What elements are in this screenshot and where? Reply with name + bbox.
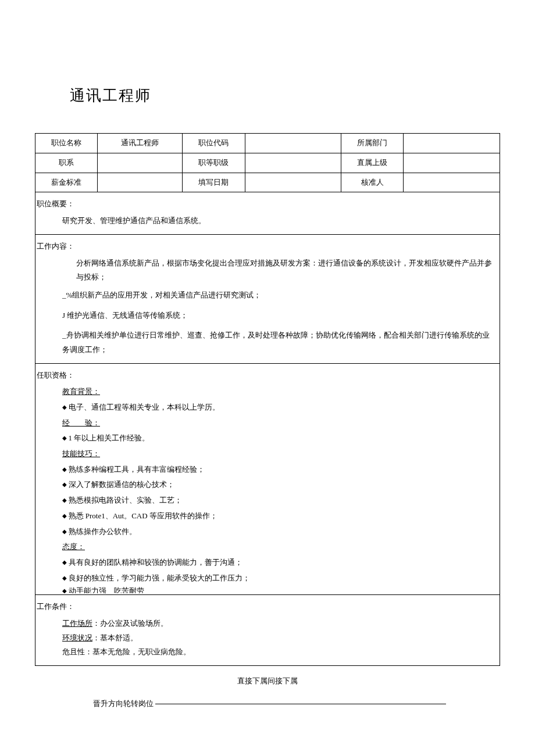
cell-salary-value bbox=[98, 173, 183, 192]
sep: ： bbox=[92, 619, 100, 628]
cell-approver-value bbox=[404, 173, 500, 192]
cell-approver-label: 核准人 bbox=[341, 173, 404, 192]
cell-date-label: 填写日期 bbox=[183, 173, 245, 192]
risk-head: 危且性 bbox=[62, 647, 85, 656]
content-label: 工作内容： bbox=[37, 239, 494, 254]
promotion-label: 晋升方向轮转岗位 bbox=[93, 699, 154, 708]
footer-subordinates: 直接下属间接下属 bbox=[35, 674, 500, 689]
risk-text: 基本无危险，无职业病危险。 bbox=[92, 647, 191, 656]
workplace-line: 工作场所：办公室及试验场所。 bbox=[41, 617, 494, 631]
sep: ： bbox=[85, 647, 92, 656]
content-item: _%组织新产品的应用开发，对相关通信产品进行研究测试； bbox=[41, 288, 494, 303]
cell-rank-value bbox=[245, 153, 341, 173]
section-qualifications: 任职资格： 教育背景： 电子、通信工程等相关专业，本科以上学历。 经 验： 1 … bbox=[35, 364, 500, 596]
cell-position-name-value: 通讯工程师 bbox=[98, 134, 183, 153]
attitude-item-truncated: 动手能力强 吃苦耐劳 bbox=[41, 586, 494, 593]
edu-head: 教育背景： bbox=[41, 385, 494, 399]
cell-salary-label: 薪金标准 bbox=[35, 173, 98, 192]
cell-supervisor-label: 直属上级 bbox=[341, 153, 404, 173]
env-text: 基本舒适。 bbox=[100, 633, 138, 642]
exp-item: 1 年以上相关工作经验。 bbox=[41, 431, 494, 446]
attitude-item: 具有良好的团队精神和较强的协调能力，善于沟通； bbox=[41, 556, 494, 570]
env-line: 环境状况：基本舒适。 bbox=[41, 631, 494, 646]
table-row: 职位名称 通讯工程师 职位代码 所属部门 bbox=[35, 134, 500, 153]
cell-series-value bbox=[98, 153, 183, 173]
table-row: 薪金标准 填写日期 核准人 bbox=[35, 173, 500, 192]
table-row: 职系 职等职级 直属上级 bbox=[35, 153, 500, 173]
overview-label: 职位概要： bbox=[37, 197, 494, 212]
attitude-head: 态度： bbox=[41, 540, 494, 554]
content-item: _舟协调相关维护单位进行日常维护、巡查、抢修工作，及时处理各种故障；协助优化传输… bbox=[41, 328, 494, 357]
blank-underline bbox=[155, 704, 446, 704]
workplace-text: 办公室及试验场所。 bbox=[100, 619, 168, 628]
page-title: 通讯工程师 bbox=[70, 81, 500, 110]
cell-supervisor-value bbox=[404, 153, 500, 173]
section-overview: 职位概要： 研究开发、管理维护通信产品和通信系统。 bbox=[35, 192, 500, 234]
skill-item: 熟悉 Prote1、Aut。CAD 等应用软件的操作； bbox=[41, 509, 494, 524]
cell-rank-label: 职等职级 bbox=[183, 153, 245, 173]
cell-department-value bbox=[404, 134, 500, 153]
env-head: 环境状况 bbox=[62, 633, 92, 642]
content-item: 分析网络通信系统新产品，根据市场变化提出合理应对措施及研发方案：进行通信设备的系… bbox=[41, 256, 494, 285]
content-item: J 维护光通信、无线通信等传输系统； bbox=[41, 309, 494, 323]
edu-item: 电子、通信工程等相关专业，本科以上学历。 bbox=[41, 400, 494, 415]
conditions-label: 工作条件： bbox=[37, 600, 494, 614]
skill-item: 熟悉模拟电路设计、实验、工艺； bbox=[41, 493, 494, 508]
cell-position-code-value bbox=[245, 134, 341, 153]
skill-item: 熟练操作办公软件。 bbox=[41, 525, 494, 539]
risk-line: 危且性：基本无危险，无职业病危险。 bbox=[41, 645, 494, 660]
section-content: 工作内容： 分析网络通信系统新产品，根据市场变化提出合理应对措施及研发方案：进行… bbox=[35, 235, 500, 364]
exp-head: 经 验： bbox=[41, 416, 494, 431]
cell-department-label: 所属部门 bbox=[341, 134, 404, 153]
attitude-item: 良好的独立性，学习能力强，能承受较大的工作压力； bbox=[41, 571, 494, 586]
cell-position-code-label: 职位代码 bbox=[183, 134, 245, 153]
header-table: 职位名称 通讯工程师 职位代码 所属部门 职系 职等职级 直属上级 薪金标准 填… bbox=[35, 133, 500, 192]
overview-text: 研究开发、管理维护通信产品和通信系统。 bbox=[41, 214, 494, 228]
cell-series-label: 职系 bbox=[35, 153, 98, 173]
cell-date-value bbox=[245, 173, 341, 192]
sep: ： bbox=[92, 633, 100, 642]
skill-item: 深入了解数据通信的核心技术； bbox=[41, 478, 494, 492]
skill-item: 熟练多种编程工具，具有丰富编程经验； bbox=[41, 463, 494, 477]
footer-promotion: 晋升方向轮转岗位 bbox=[35, 697, 500, 711]
cell-position-name-label: 职位名称 bbox=[35, 134, 98, 153]
workplace-head: 工作场所 bbox=[62, 619, 92, 628]
qualifications-label: 任职资格： bbox=[37, 368, 494, 383]
skill-head: 技能技巧： bbox=[41, 447, 494, 461]
section-conditions: 工作条件： 工作场所：办公室及试验场所。 环境状况：基本舒适。 危且性：基本无危… bbox=[35, 595, 500, 666]
